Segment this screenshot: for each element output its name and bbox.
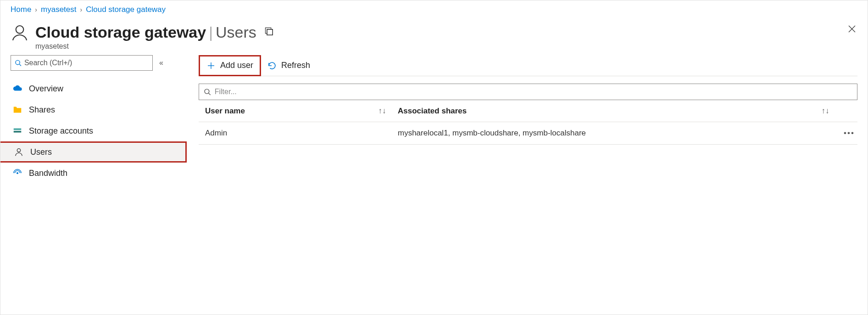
- search-input[interactable]: [11, 55, 153, 71]
- chevron-right-icon: ›: [35, 6, 37, 13]
- svg-point-14: [205, 89, 209, 94]
- table-header: User name ↑↓ Associated shares ↑↓: [199, 100, 857, 122]
- row-actions-icon[interactable]: •••: [841, 129, 857, 138]
- refresh-button[interactable]: Refresh: [261, 55, 317, 76]
- cloud-icon: [12, 84, 22, 94]
- page-title: Cloud storage gateway|Users: [35, 23, 256, 41]
- sidebar-item-overview[interactable]: Overview: [11, 78, 180, 99]
- sidebar-item-label: Bandwidth: [29, 169, 67, 178]
- sidebar-item-storage-accounts[interactable]: Storage accounts: [11, 120, 180, 141]
- sidebar-item-label: Overview: [29, 84, 63, 94]
- svg-rect-2: [267, 29, 273, 35]
- page-header: Cloud storage gateway|Users myasetest: [0, 18, 868, 55]
- user-icon: [11, 23, 29, 42]
- svg-point-11: [17, 173, 18, 174]
- folder-icon: [12, 105, 22, 115]
- add-user-button[interactable]: Add user: [199, 55, 261, 76]
- sort-icon[interactable]: ↑↓: [376, 107, 389, 116]
- search-field[interactable]: [24, 59, 152, 67]
- sidebar-item-bandwidth[interactable]: Bandwidth: [11, 163, 180, 184]
- breadcrumb-home[interactable]: Home: [11, 5, 31, 14]
- sort-icon[interactable]: ↑↓: [819, 107, 832, 116]
- breadcrumb-resource[interactable]: myasetest: [41, 5, 76, 14]
- sidebar-item-label: Users: [30, 147, 52, 157]
- users-table: User name ↑↓ Associated shares ↑↓ Admin …: [199, 100, 857, 145]
- svg-point-10: [17, 149, 20, 152]
- svg-rect-8: [14, 129, 22, 130]
- filter-field[interactable]: [215, 88, 857, 96]
- column-shares[interactable]: Associated shares: [398, 107, 467, 116]
- collapse-icon[interactable]: «: [159, 59, 163, 67]
- refresh-label: Refresh: [281, 61, 310, 70]
- bandwidth-icon: [12, 168, 22, 178]
- page-subtitle: myasetest: [35, 42, 846, 51]
- main-content: Add user Refresh User name ↑↓ Associated…: [180, 55, 857, 184]
- table-row[interactable]: Admin mysharelocal1, mysmb-cloudshare, m…: [199, 122, 857, 144]
- filter-input[interactable]: [199, 84, 857, 100]
- sidebar: « Overview Shares Storage accounts Users: [11, 55, 180, 184]
- svg-point-6: [16, 60, 20, 64]
- add-user-label: Add user: [220, 61, 253, 70]
- pin-icon[interactable]: [264, 26, 273, 39]
- breadcrumb-gateway[interactable]: Cloud storage gateway: [86, 5, 166, 14]
- svg-rect-9: [14, 131, 22, 133]
- sidebar-item-label: Storage accounts: [29, 126, 93, 136]
- toolbar: Add user Refresh: [199, 55, 857, 76]
- svg-line-15: [209, 93, 211, 95]
- storage-icon: [12, 126, 22, 136]
- breadcrumb: Home › myasetest › Cloud storage gateway: [0, 0, 868, 18]
- close-icon[interactable]: [846, 23, 857, 34]
- sidebar-item-users[interactable]: Users: [0, 141, 187, 163]
- column-username[interactable]: User name: [205, 107, 245, 116]
- user-icon: [14, 147, 24, 157]
- sidebar-item-label: Shares: [29, 105, 55, 115]
- chevron-right-icon: ›: [80, 6, 83, 13]
- svg-line-7: [19, 64, 21, 66]
- cell-username: Admin: [205, 129, 398, 138]
- sidebar-item-shares[interactable]: Shares: [11, 99, 180, 120]
- svg-point-0: [16, 26, 24, 34]
- cell-shares: mysharelocal1, mysmb-cloudshare, mysmb-l…: [398, 129, 841, 138]
